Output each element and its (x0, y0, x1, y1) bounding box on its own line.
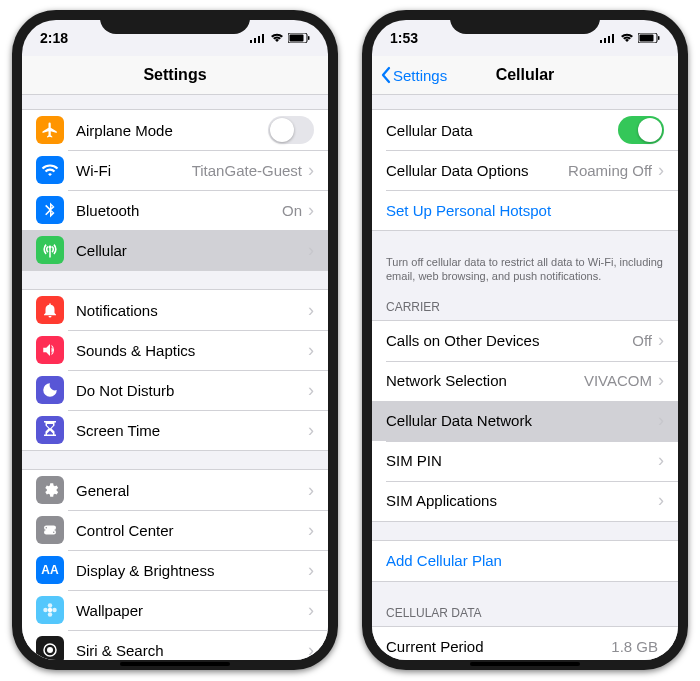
chevron-right-icon: › (658, 490, 664, 511)
section-header-carrier: CARRIER (372, 294, 678, 320)
row-wallpaper[interactable]: Wallpaper› (22, 590, 328, 630)
row-label: SIM Applications (386, 492, 658, 509)
row-network-selection[interactable]: Network SelectionVIVACOM› (372, 361, 678, 401)
nav-bar: Settings (22, 56, 328, 95)
row-screen-time[interactable]: Screen Time› (22, 410, 328, 450)
status-time: 2:18 (40, 30, 68, 46)
chevron-right-icon: › (658, 370, 664, 391)
wifi-icon (36, 156, 64, 184)
row-label: Siri & Search (76, 642, 308, 659)
row-label: Cellular (76, 242, 308, 259)
chevron-left-icon (380, 66, 391, 84)
row-display-brightness[interactable]: AADisplay & Brightness› (22, 550, 328, 590)
row-label: Control Center (76, 522, 308, 539)
row-cellular[interactable]: Cellular› (22, 230, 328, 270)
row-siri-search[interactable]: Siri & Search› (22, 630, 328, 660)
row-notifications[interactable]: Notifications› (22, 290, 328, 330)
toggle[interactable] (268, 116, 314, 144)
row-airplane-mode[interactable]: Airplane Mode (22, 110, 328, 150)
row-detail: 1.8 GB (611, 638, 658, 655)
row-label: Calls on Other Devices (386, 332, 632, 349)
flower-icon (36, 596, 64, 624)
row-detail: On (282, 202, 302, 219)
row-label: Wallpaper (76, 602, 308, 619)
row-sim-applications[interactable]: SIM Applications› (372, 481, 678, 521)
row-label: Current Period (386, 638, 611, 655)
siri-icon (36, 636, 64, 660)
svg-point-9 (48, 612, 53, 617)
row-label: Add Cellular Plan (386, 552, 664, 569)
row-bluetooth[interactable]: BluetoothOn› (22, 190, 328, 230)
row-label: Wi-Fi (76, 162, 192, 179)
chevron-right-icon: › (308, 200, 314, 221)
svg-rect-22 (612, 34, 614, 43)
row-cellular-data[interactable]: Cellular Data (372, 110, 678, 150)
bell-icon (36, 296, 64, 324)
phone-cellular: 1:53 Settings Ce (362, 10, 688, 670)
home-indicator[interactable] (470, 662, 580, 666)
row-label: Sounds & Haptics (76, 342, 308, 359)
row-sim-pin[interactable]: SIM PIN› (372, 441, 678, 481)
page-title: Settings (143, 66, 206, 84)
row-label: Network Selection (386, 372, 584, 389)
row-calls-on-other-devices[interactable]: Calls on Other DevicesOff› (372, 321, 678, 361)
chevron-right-icon: › (308, 560, 314, 581)
footer-note: Turn off cellular data to restrict all d… (372, 249, 678, 294)
home-indicator[interactable] (120, 662, 230, 666)
row-label: Screen Time (76, 422, 308, 439)
row-do-not-disturb[interactable]: Do Not Disturb› (22, 370, 328, 410)
chevron-right-icon: › (308, 640, 314, 661)
row-cellular-data-options[interactable]: Cellular Data OptionsRoaming Off› (372, 150, 678, 190)
chevron-right-icon: › (658, 410, 664, 431)
status-time: 1:53 (390, 30, 418, 46)
svg-rect-21 (608, 36, 610, 43)
toggle[interactable] (618, 116, 664, 144)
chevron-right-icon: › (308, 480, 314, 501)
chevron-right-icon: › (658, 330, 664, 351)
row-label: Display & Brightness (76, 562, 308, 579)
nav-bar: Settings Cellular (372, 56, 678, 95)
back-button[interactable]: Settings (380, 66, 447, 84)
hourglass-icon (36, 416, 64, 444)
phone-settings: 2:18 Settings Airplane M (12, 10, 338, 670)
section-header-cellular-data: CELLULAR DATA (372, 600, 678, 626)
chevron-right-icon: › (308, 380, 314, 401)
row-current-period: Current Period1.8 GB (372, 627, 678, 660)
row-label: Bluetooth (76, 202, 282, 219)
row-general[interactable]: General› (22, 470, 328, 510)
svg-rect-25 (658, 36, 660, 40)
page-title: Cellular (496, 66, 555, 84)
row-sounds-haptics[interactable]: Sounds & Haptics› (22, 330, 328, 370)
row-label: Cellular Data Network (386, 412, 658, 429)
svg-rect-6 (308, 36, 310, 40)
row-wi-fi[interactable]: Wi-FiTitanGate-Guest› (22, 150, 328, 190)
gear-icon (36, 476, 64, 504)
wifi-status-icon (270, 33, 284, 43)
cellular-list[interactable]: Cellular DataCellular Data OptionsRoamin… (372, 95, 678, 660)
row-detail: VIVACOM (584, 372, 652, 389)
speaker-icon (36, 336, 64, 364)
row-label: Airplane Mode (76, 122, 268, 139)
signal-icon (250, 33, 266, 43)
row-cellular-data-network[interactable]: Cellular Data Network› (372, 401, 678, 441)
chevron-right-icon: › (308, 600, 314, 621)
row-label: SIM PIN (386, 452, 658, 469)
settings-list[interactable]: Airplane ModeWi-FiTitanGate-Guest›Blueto… (22, 95, 328, 660)
svg-point-11 (52, 608, 57, 613)
row-add-cellular-plan[interactable]: Add Cellular Plan (372, 541, 678, 581)
row-control-center[interactable]: Control Center› (22, 510, 328, 550)
switches-icon (36, 516, 64, 544)
chevron-right-icon: › (308, 420, 314, 441)
row-detail: Roaming Off (568, 162, 652, 179)
chevron-right-icon: › (308, 240, 314, 261)
signal-icon (600, 33, 616, 43)
chevron-right-icon: › (308, 160, 314, 181)
svg-rect-24 (640, 35, 654, 42)
svg-point-7 (48, 608, 53, 613)
row-label: Cellular Data Options (386, 162, 568, 179)
svg-point-13 (47, 647, 53, 653)
notch (100, 10, 250, 34)
svg-rect-3 (262, 34, 264, 43)
chevron-right-icon: › (308, 340, 314, 361)
row-set-up-personal-hotspot[interactable]: Set Up Personal Hotspot (372, 190, 678, 230)
